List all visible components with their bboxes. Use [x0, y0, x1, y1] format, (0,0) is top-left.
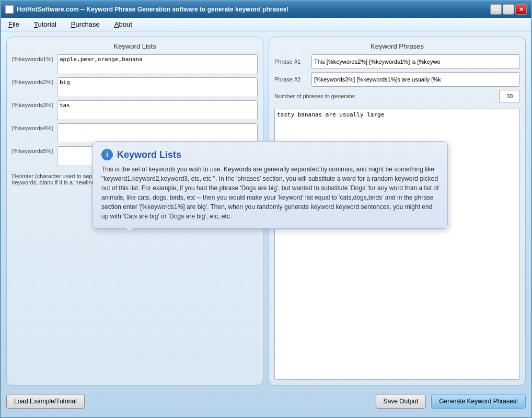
app-icon: H	[5, 5, 14, 14]
menu-tutorial[interactable]: Tutorial	[31, 19, 60, 29]
bottom-bar: Load Example/Tutorial Save Output Genera…	[6, 391, 526, 412]
keyword-row-4: [%keywords4%]	[12, 123, 258, 143]
minimize-button[interactable]: —	[490, 4, 502, 15]
generate-button[interactable]: Generate Keyword Phrases!	[431, 394, 526, 409]
keyword-phrases-title: Keyword Phrases	[274, 42, 520, 50]
num-phrases-input[interactable]	[499, 90, 520, 102]
tooltip-header: i Keyword Lists	[101, 149, 439, 160]
keyword-label-5: [%keywords5%]	[12, 146, 54, 154]
phrase-input-2[interactable]	[311, 72, 520, 87]
tooltip-body: This is the set of keywords you wish to …	[101, 165, 439, 221]
keyword-row-3: [%keywords3%] tas	[12, 100, 258, 120]
keyword-row-1: [%keywords1%] apple,pear,orange,banana	[12, 54, 258, 74]
menu-bar: File Tutorial Purchase About	[1, 18, 531, 31]
close-button[interactable]: ✕	[515, 4, 527, 15]
main-content: Keyword Lists [%keywords1%] apple,pear,o…	[1, 31, 531, 417]
phrase-input-1[interactable]	[311, 54, 520, 69]
menu-about[interactable]: About	[111, 19, 135, 29]
window-title: HotHotSoftware.com -- Keyword Phrase Gen…	[17, 6, 288, 13]
info-icon: i	[101, 149, 113, 160]
phrase-row-2: Phrase #2	[274, 72, 520, 87]
phrase-label-2: Phrase #2	[274, 76, 308, 83]
title-bar: H HotHotSoftware.com -- Keyword Phrase G…	[1, 1, 531, 18]
keyword-input-1[interactable]: apple,pear,orange,banana	[57, 54, 258, 74]
load-example-button[interactable]: Load Example/Tutorial	[6, 394, 85, 409]
keyword-label-1: [%keywords1%]	[12, 54, 54, 62]
keyword-input-2[interactable]: big	[57, 77, 258, 97]
maximize-button[interactable]: □	[503, 4, 514, 15]
num-phrases-row: Number of phrases to generate:	[274, 90, 520, 102]
keyword-input-3[interactable]: tas	[57, 100, 258, 120]
tooltip-title: Keyword Lists	[117, 149, 181, 160]
title-buttons: — □ ✕	[490, 4, 527, 15]
tooltip-popup: i Keyword Lists This is the set of keywo…	[92, 141, 448, 229]
keyword-lists-title: Keyword Lists	[12, 42, 258, 50]
keyword-label-4: [%keywords4%]	[12, 123, 54, 131]
keyword-label-3: [%keywords3%]	[12, 100, 54, 108]
phrase-row-1: Phrase #1	[274, 54, 520, 69]
main-window: H HotHotSoftware.com -- Keyword Phrase G…	[0, 0, 532, 418]
keyword-row-2: [%keywords2%] big	[12, 77, 258, 97]
title-bar-left: H HotHotSoftware.com -- Keyword Phrase G…	[5, 5, 288, 14]
keyword-input-4[interactable]	[57, 123, 258, 143]
save-output-button[interactable]: Save Output	[376, 394, 426, 409]
keyword-label-2: [%keywords2%]	[12, 77, 54, 85]
num-phrases-label: Number of phrases to generate:	[274, 93, 496, 99]
menu-purchase[interactable]: Purchase	[68, 19, 103, 29]
menu-file[interactable]: File	[5, 19, 22, 29]
phrase-label-1: Phrase #1	[274, 59, 308, 65]
